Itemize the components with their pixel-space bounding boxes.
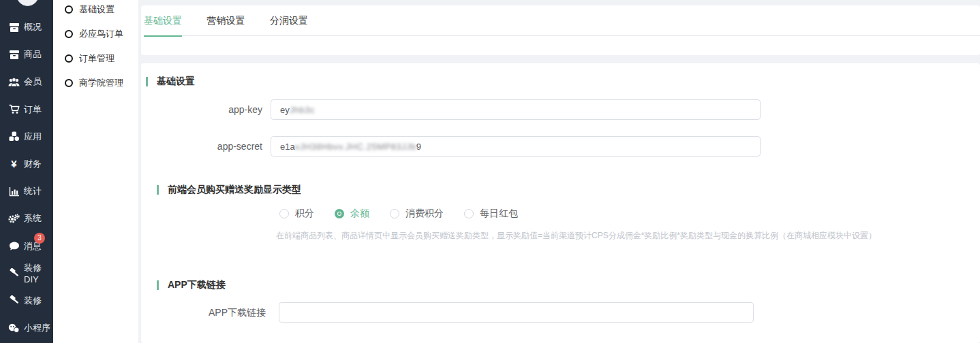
app-download-link-input[interactable]: [279, 302, 754, 323]
radio-circle-icon: [335, 209, 344, 218]
submenu-item-label: 必应鸟订单: [79, 28, 123, 40]
sidebar-item-stats[interactable]: 统计: [0, 178, 53, 205]
settings-form-card: 基础设置 app-key eyJhb3c app-secret e1avJH38…: [141, 63, 980, 343]
miniprogram-icon: [8, 323, 20, 333]
radio-circle-icon: [279, 209, 289, 218]
sidebar-item-goods[interactable]: 商品: [0, 41, 53, 68]
section-accent-bar: [157, 185, 159, 195]
sidebar-item-apps[interactable]: 应用: [0, 123, 53, 150]
radio-circle-icon: [390, 209, 399, 218]
sidebar-item-label: 应用: [24, 131, 42, 143]
sidebar-item-members[interactable]: 会员: [0, 68, 53, 95]
radio-daily-redpacket[interactable]: 每日红包: [464, 208, 518, 220]
section-title: 基础设置: [157, 76, 195, 88]
radio-balance[interactable]: 余额: [335, 208, 369, 220]
message-count-badge: 3: [34, 233, 45, 244]
submenu-item-label: 基础设置: [79, 3, 114, 16]
sidebar-item-messages[interactable]: 消息 3: [0, 233, 53, 260]
overview-icon: [8, 22, 20, 33]
submenu-item-biyingniao-orders[interactable]: 必应鸟订单: [53, 22, 138, 46]
tab-basic-settings[interactable]: 基础设置: [144, 5, 193, 36]
apps-icon: [8, 131, 20, 142]
circle-bullet-icon: [65, 54, 73, 63]
tabs-card: 基础设置 营销设置 分润设置: [141, 5, 980, 55]
sidebar-item-label: 系统: [24, 212, 42, 225]
messages-icon: [8, 241, 20, 252]
submenu-item-label: 订单管理: [79, 52, 114, 65]
sidebar-item-miniprogram[interactable]: 小程序: [0, 314, 53, 342]
radio-circle-icon: [464, 209, 474, 218]
tab-marketing-settings[interactable]: 营销设置: [196, 5, 256, 36]
app-secret-input[interactable]: e1avJH38Hbvv.JHC.25MP83JJb9: [271, 136, 761, 157]
app-key-masked-value: Jhb3c: [290, 105, 315, 115]
reward-type-radio-group: 积分 余额 消费积分 每日红包: [279, 208, 538, 220]
main-sidebar: 概况 商品 会员 订单 应用 ¥: [0, 0, 53, 343]
submenu-item-label: 商学院管理: [79, 77, 123, 89]
sidebar-item-decorate[interactable]: 装修: [0, 287, 53, 314]
radio-points[interactable]: 积分: [279, 208, 314, 220]
sidebar-item-decorate-diy[interactable]: 装修DIY: [0, 260, 53, 287]
sidebar-item-orders[interactable]: 订单: [0, 96, 53, 123]
sidebar-item-label: 商品: [24, 48, 42, 61]
app-secret-masked-value: vJH38Hbvv.JHC.25MP83JJb: [295, 142, 416, 152]
app-secret-label: app-secret: [141, 141, 262, 152]
sidebar-item-label: 装修DIY: [24, 262, 53, 284]
sidebar-item-label: 会员: [24, 76, 42, 88]
section-app-download-header: APP下载链接: [157, 279, 226, 291]
submenu-item-order-management[interactable]: 订单管理: [53, 46, 138, 71]
orders-icon: [8, 104, 20, 115]
app-key-label: app-key: [141, 104, 262, 115]
secondary-sidebar: 基础设置 必应鸟订单 订单管理 商学院管理: [53, 0, 138, 343]
section-title: 前端会员购买赠送奖励显示类型: [168, 184, 301, 196]
sidebar-item-label: 统计: [24, 185, 42, 197]
sidebar-item-label: 财务: [24, 158, 42, 170]
goods-icon: [8, 49, 20, 60]
tab-profit-settings[interactable]: 分润设置: [259, 5, 319, 36]
sidebar-item-label: 装修: [24, 295, 42, 307]
decorate-icon: [8, 295, 20, 306]
sidebar-item-system[interactable]: 系统: [0, 205, 53, 232]
tab-bar: 基础设置 营销设置 分润设置: [144, 5, 980, 36]
section-basic-settings-header: 基础设置: [146, 76, 195, 88]
sidebar-item-label: 订单: [24, 103, 42, 116]
main-nav: 概况 商品 会员 订单 应用 ¥: [0, 14, 53, 342]
circle-bullet-icon: [65, 30, 73, 38]
sidebar-item-label: 小程序: [24, 322, 50, 334]
system-icon: [8, 213, 20, 224]
radio-consume-points[interactable]: 消费积分: [390, 208, 444, 220]
circle-bullet-icon: [65, 79, 73, 87]
submenu-item-basic-settings[interactable]: 基础设置: [53, 0, 138, 22]
avatar[interactable]: [16, 0, 39, 6]
members-icon: [8, 76, 20, 87]
section-reward-display-header: 前端会员购买赠送奖励显示类型: [157, 184, 301, 196]
app-download-link-label: APP下载链接: [141, 307, 266, 319]
app-key-input[interactable]: eyJhb3c: [271, 99, 761, 120]
reward-help-text: 在前端商品列表、商品详情页中显示会员购买赠送奖励类型，显示奖励值=当前渠道预计C…: [276, 230, 876, 242]
submenu-item-academy-management[interactable]: 商学院管理: [53, 71, 138, 95]
stats-icon: [8, 186, 20, 197]
sidebar-item-finance[interactable]: ¥ 财务: [0, 150, 53, 178]
section-accent-bar: [157, 280, 159, 290]
finance-icon: ¥: [8, 159, 20, 169]
circle-bullet-icon: [65, 5, 73, 14]
app-secret-value: e1a: [280, 142, 295, 152]
section-title: APP下载链接: [168, 279, 226, 291]
section-accent-bar: [146, 77, 148, 86]
app-key-value: ey: [280, 105, 290, 115]
sidebar-item-overview[interactable]: 概况: [0, 14, 53, 41]
decorate-diy-icon: [8, 268, 20, 279]
sidebar-item-label: 概况: [24, 21, 42, 33]
